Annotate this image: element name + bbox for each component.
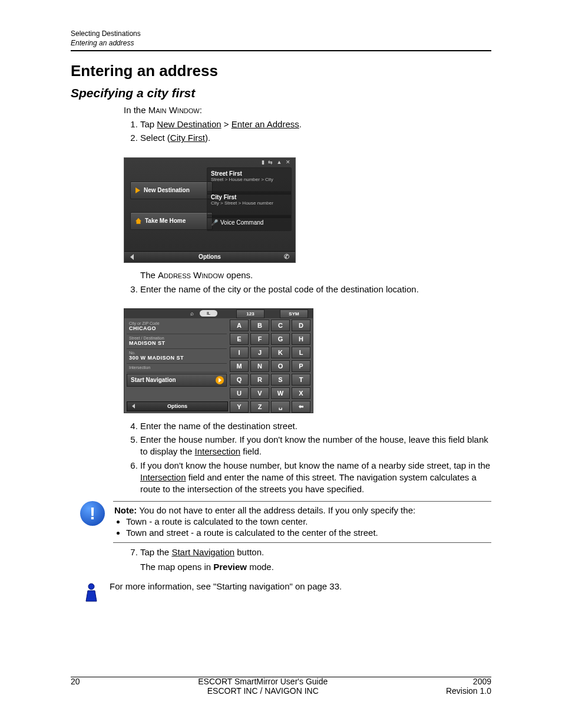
key-q[interactable]: Q <box>230 374 249 386</box>
key-w[interactable]: W <box>271 387 290 399</box>
step-4: Enter the name of the destination street… <box>140 420 491 432</box>
go-icon <box>216 376 224 384</box>
phone-icon[interactable]: ✆ <box>284 253 289 261</box>
step-6: If you don't know the house number, but … <box>140 460 491 496</box>
search-icon[interactable]: ⌕ <box>190 310 194 317</box>
city-first-option[interactable]: City First City > Street > House number <box>207 191 292 218</box>
number-field[interactable]: No. 300 W MADISON ST <box>127 349 227 364</box>
key-p[interactable]: P <box>292 360 310 372</box>
running-header: Selecting Destinations Entering an addre… <box>71 29 491 48</box>
key-r[interactable]: R <box>250 374 269 386</box>
voice-command-option[interactable]: 🎤 Voice Command <box>207 215 292 231</box>
note-item-1: Town - a route is calculated to the town… <box>126 516 490 526</box>
status-icons: ▮ ⇆ ▲ ✕ <box>262 159 292 165</box>
street-field[interactable]: Street / Destination MADISON ST <box>127 334 227 349</box>
street-first-option[interactable]: Street First Street > House number > Cit… <box>207 167 292 195</box>
take-me-home-button[interactable]: Take Me Home <box>130 212 213 230</box>
key-c[interactable]: C <box>271 319 290 331</box>
footer-revision: Revision 1.0 <box>446 686 491 696</box>
key-m[interactable]: M <box>230 360 249 372</box>
footer-company: ESCORT INC / NAVIGON INC <box>80 686 446 696</box>
tab-sym[interactable]: SYM <box>280 309 308 318</box>
key-d[interactable]: D <box>292 319 310 331</box>
key-s[interactable]: S <box>271 374 290 386</box>
page-title: Entering an address <box>71 62 491 80</box>
step-5: Enter the house number. If you don't kno… <box>140 434 491 458</box>
home-icon <box>135 218 141 224</box>
start-navigation-button[interactable]: Start Navigation <box>127 374 227 387</box>
key-b[interactable]: B <box>250 319 269 331</box>
key-a[interactable]: A <box>230 319 249 331</box>
note-icon: ! <box>80 501 105 526</box>
key-h[interactable]: H <box>292 333 310 345</box>
section-title: Specifying a city first <box>71 86 491 100</box>
intersection-field[interactable]: Intersection <box>127 364 227 373</box>
screenshot-address-window: ⌕ IL 123 SYM City or ZIP Code CHICAGO St… <box>124 308 313 413</box>
page-footer: 20 ESCORT SmartMirror User's Guide ESCOR… <box>71 677 491 696</box>
key-i[interactable]: I <box>230 347 249 358</box>
back-icon[interactable] <box>132 404 135 409</box>
key-k[interactable]: K <box>271 347 290 358</box>
key-n[interactable]: N <box>250 360 269 372</box>
key-backspace[interactable] <box>292 401 310 413</box>
key-space[interactable] <box>271 401 290 413</box>
info-text: For more information, see "Starting navi… <box>110 581 342 591</box>
key-l[interactable]: L <box>292 347 310 358</box>
info-pawn-icon <box>84 582 101 605</box>
key-f[interactable]: F <box>250 333 269 345</box>
key-j[interactable]: J <box>250 347 269 358</box>
note-item-2: Town and street - a route is calculated … <box>126 528 490 538</box>
running-section: Entering an address <box>71 39 491 48</box>
tab-123[interactable]: 123 <box>236 309 265 318</box>
footer-page-number: 20 <box>71 677 80 696</box>
lead-line: In the Main Window: <box>124 105 491 115</box>
back-icon[interactable] <box>130 254 134 260</box>
new-destination-button[interactable]: New Destination <box>130 182 213 199</box>
note-box: Note: You do not have to enter all the a… <box>113 501 491 543</box>
city-field[interactable]: City or ZIP Code CHICAGO <box>127 319 227 334</box>
step-2: Select (City First). <box>140 132 491 144</box>
screenshot-main-window: ▮ ⇆ ▲ ✕ New Destination Take Me Home Str… <box>124 157 296 263</box>
key-e[interactable]: E <box>230 333 249 345</box>
key-t[interactable]: T <box>292 374 310 386</box>
step-7: Tap the Start Navigation button. The map… <box>140 546 491 573</box>
step-1: Tap New Destination > Enter an Address. <box>140 118 491 130</box>
footer-title: ESCORT SmartMirror User's Guide <box>80 677 446 686</box>
header-rule <box>71 50 491 51</box>
key-o[interactable]: O <box>271 360 290 372</box>
key-x[interactable]: X <box>292 387 310 399</box>
address-window-opens: The Address Window opens. <box>140 270 491 280</box>
keypad: ABCDEFGHIJKLMNOPQRSTUVWXYZ <box>230 319 310 413</box>
state-pill[interactable]: IL <box>200 310 217 317</box>
key-y[interactable]: Y <box>230 401 249 413</box>
key-z[interactable]: Z <box>250 401 269 413</box>
key-v[interactable]: V <box>250 387 269 399</box>
options-bar[interactable]: Options ✆ <box>124 251 295 262</box>
step-3: Enter the name of the city or the postal… <box>140 284 491 295</box>
footer-year: 2009 <box>446 677 491 686</box>
running-chapter: Selecting Destinations <box>71 29 491 39</box>
options-bar-2[interactable]: Options <box>127 401 228 411</box>
arrow-right-icon <box>135 187 140 193</box>
key-g[interactable]: G <box>271 333 290 345</box>
key-u[interactable]: U <box>230 387 249 399</box>
voice-icon: 🎤 <box>211 219 218 226</box>
